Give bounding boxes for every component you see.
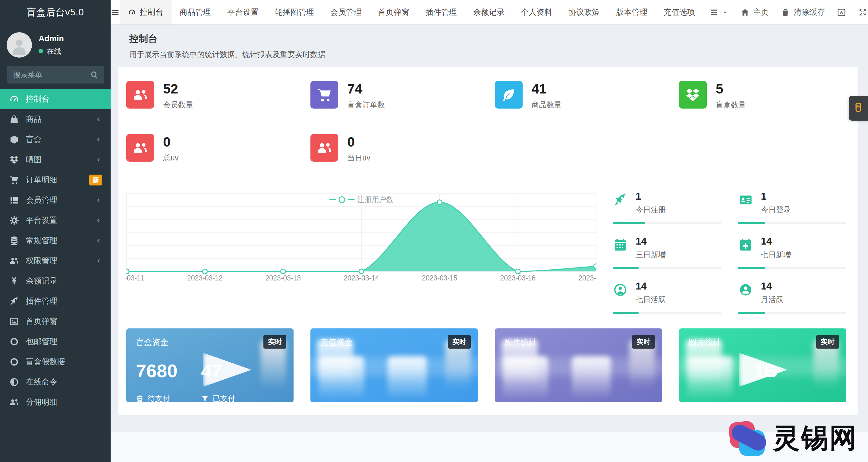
- sidebar-item-首页弹窗[interactable]: 首页弹窗: [0, 311, 111, 331]
- user-panel: Admin 在线: [0, 24, 111, 64]
- navbar-tab-label: 平台设置: [227, 7, 258, 18]
- mini-stat-月活跃: 14 月活跃: [738, 281, 846, 314]
- navbar-tab-协议政策[interactable]: 协议政策: [560, 0, 608, 24]
- users-icon: [316, 140, 333, 156]
- realtime-badge: 实时: [816, 335, 839, 349]
- mini-stat-value: 1: [761, 191, 791, 201]
- mini-stat-progressbar: [738, 267, 846, 269]
- navbar-tab-轮播图管理[interactable]: 轮播图管理: [267, 0, 322, 24]
- stat-label: 总uv: [163, 153, 179, 163]
- navbar-tab-插件管理[interactable]: 插件管理: [417, 0, 465, 24]
- list-menu-icon: [709, 8, 718, 17]
- navbar-tab-个人资料[interactable]: 个人资料: [513, 0, 560, 24]
- realtime-badge: 实时: [632, 335, 655, 349]
- stat-value: 0: [347, 135, 370, 149]
- svg-text:2023-03-11: 2023-03-11: [126, 274, 144, 282]
- money-card-label: 已支付: [201, 394, 266, 402]
- clear-cache-button[interactable]: 清除缓存: [775, 0, 831, 24]
- language-icon: [837, 8, 846, 17]
- watermark-logo-icon: [729, 419, 767, 457]
- sidebar-item-常规管理[interactable]: 常规管理: [0, 230, 111, 251]
- sidebar-item-订单明细[interactable]: 订单明细 新: [0, 170, 111, 190]
- sidebar-item-盲盒[interactable]: 盲盒: [0, 129, 111, 150]
- stat-card-盲盒订单数: 74 盲盒订单数: [310, 81, 478, 121]
- mini-stat-七日新增: 14 七日新增: [738, 236, 846, 269]
- home-button[interactable]: 主页: [735, 0, 775, 24]
- online-dot-icon: [38, 49, 43, 53]
- users-icon: [9, 397, 19, 407]
- navbar-tab-控制台[interactable]: 控制台: [120, 0, 172, 24]
- legend-label: 注册用户数: [358, 195, 394, 204]
- search-icon: [90, 70, 99, 80]
- sidebar-item-插件管理[interactable]: 插件管理: [0, 291, 111, 311]
- navbar-tab-label: 会员管理: [330, 7, 362, 18]
- chevron-left-icon: [94, 136, 102, 144]
- app-logo: 盲盒后台v5.0: [0, 0, 111, 24]
- sidebar-item-label: 晒图: [26, 154, 41, 165]
- navbar-tab-商品管理[interactable]: 商品管理: [172, 0, 219, 24]
- money-card-value: 47: [201, 362, 266, 380]
- sidebar-item-label: 在线命令: [26, 377, 57, 387]
- sidebar-item-label: 首页弹窗: [26, 316, 57, 326]
- sidebar-item-label: 控制台: [26, 94, 50, 104]
- sidebar-item-包邮管理[interactable]: 包邮管理: [0, 331, 111, 352]
- cube-icon: [9, 135, 19, 145]
- user-name: Admin: [38, 34, 64, 44]
- navbar-tab-版本管理[interactable]: 版本管理: [608, 0, 655, 24]
- money-card-label: 待支付: [136, 394, 201, 402]
- sidebar-search: [7, 66, 104, 84]
- sidebar-item-控制台[interactable]: 控制台: [0, 89, 111, 109]
- sidebar-toggle-button[interactable]: [111, 0, 120, 24]
- leaf-icon: [500, 87, 517, 103]
- chevron-left-icon: [94, 156, 102, 164]
- stat-cards-grid: 52 会员数量 74 盲盒订单数 41 商品数量 5 盲盒数量 0 总uv 0 …: [126, 81, 846, 187]
- tabs-menu-button[interactable]: [703, 0, 735, 24]
- mini-stat-progressbar: [613, 312, 721, 314]
- navbar-tab-平台设置[interactable]: 平台设置: [219, 0, 267, 24]
- new-badge: 新: [89, 175, 102, 185]
- money-card-value: 1B: [754, 362, 819, 380]
- sidebar-item-余额记录[interactable]: 余额记录: [0, 271, 111, 291]
- database-icon: [9, 235, 19, 246]
- stat-value: 0: [163, 135, 179, 149]
- realtime-badge: 实时: [448, 335, 471, 349]
- navbar-tab-余额记录[interactable]: 余额记录: [465, 0, 513, 24]
- sidebar-item-盲盒假数据[interactable]: 盲盒假数据: [0, 352, 111, 372]
- registered-users-chart: 2023-03-112023-03-122023-03-132023-03-14…: [126, 189, 596, 314]
- sidebar-item-权限管理[interactable]: 权限管理: [0, 251, 111, 271]
- money-cards-row: 盲盒资金 实时 7680 47 待支付 已支付 充值资金 实时 附件统计 实时: [126, 328, 846, 402]
- database-icon: [136, 395, 144, 403]
- calendar-icon: [613, 237, 628, 252]
- floating-plugin-tab[interactable]: [849, 96, 868, 121]
- sidebar-item-晒图[interactable]: 晒图: [0, 150, 111, 170]
- navbar-tab-首页弹窗[interactable]: 首页弹窗: [370, 0, 417, 24]
- mini-stat-七日活跃: 14 七日活跃: [613, 281, 721, 314]
- navbar-tab-会员管理[interactable]: 会员管理: [322, 0, 370, 24]
- language-button[interactable]: [831, 0, 852, 24]
- stat-label: 盲盒订单数: [347, 100, 385, 110]
- money-card-value: 7680: [136, 362, 201, 380]
- stat-label: 会员数量: [163, 100, 193, 110]
- sidebar-item-分佣明细[interactable]: 分佣明细: [0, 392, 111, 412]
- mini-stat-今日注册: 1 今日注册: [613, 191, 721, 224]
- money-card-图片统计: 图片统计 实时 1B: [679, 328, 846, 402]
- chevron-left-icon: [94, 237, 102, 244]
- mini-stat-三日新增: 14 三日新增: [613, 236, 721, 269]
- sidebar-item-商品[interactable]: 商品: [0, 109, 111, 129]
- sidebar-item-平台设置[interactable]: 平台设置: [0, 210, 111, 230]
- mini-stat-progressbar: [613, 222, 721, 224]
- money-card-title: 图片统计: [689, 337, 837, 348]
- sidebar-menu: 控制台 商品 盲盒 晒图 订单明细 新 会员管理 平台设置 常规管理: [0, 89, 111, 412]
- navbar-tab-充值选项[interactable]: 充值选项: [655, 0, 703, 24]
- filter-icon: [201, 395, 209, 403]
- avatar: [7, 32, 32, 58]
- sidebar-item-在线命令[interactable]: 在线命令: [0, 372, 111, 392]
- sidebar: 盲盒后台v5.0 Admin 在线 控制台 商品 盲盒 晒图: [0, 0, 111, 462]
- watermark-text: 灵锡网: [773, 420, 858, 457]
- svg-text:2023-03-16: 2023-03-16: [500, 274, 535, 282]
- users-icon: [132, 87, 149, 103]
- hamburger-icon: [111, 8, 120, 17]
- sidebar-item-会员管理[interactable]: 会员管理: [0, 190, 111, 210]
- home-icon: [741, 8, 749, 17]
- fullscreen-button[interactable]: [852, 0, 868, 24]
